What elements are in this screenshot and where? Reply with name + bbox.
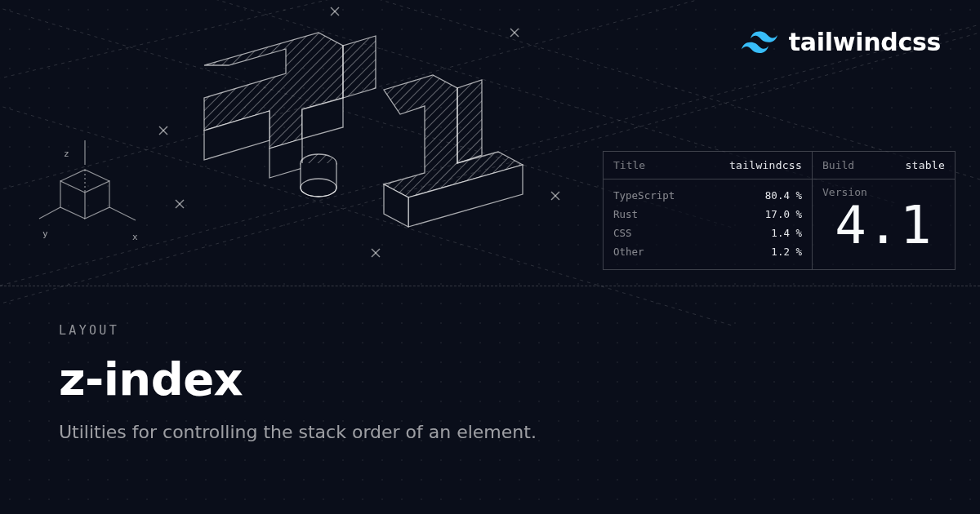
language-row: Other 1.2 % <box>613 242 802 261</box>
svg-line-31 <box>510 29 519 37</box>
axis-gizmo: z y x <box>44 140 158 255</box>
svg-line-25 <box>176 200 184 208</box>
language-row: CSS 1.4 % <box>613 224 802 242</box>
panel-build-label: Build <box>822 159 854 171</box>
brand-name: tailwindcss <box>789 28 941 56</box>
page-description: Utilities for controlling the stack orde… <box>59 422 921 442</box>
svg-marker-19 <box>384 75 523 197</box>
page-title: z-index <box>59 352 921 405</box>
language-row: Rust 17.0 % <box>613 205 802 224</box>
svg-line-28 <box>372 249 380 257</box>
svg-marker-15 <box>302 98 343 139</box>
svg-line-29 <box>551 192 559 200</box>
svg-line-27 <box>372 249 380 257</box>
axis-label-x: x <box>132 232 138 242</box>
svg-line-32 <box>510 29 519 37</box>
svg-line-30 <box>551 192 559 200</box>
svg-marker-13 <box>204 111 270 160</box>
hero-isometric-illustration <box>131 8 588 269</box>
svg-line-9 <box>39 207 60 219</box>
svg-marker-20 <box>408 165 523 227</box>
panel-title-label: Title <box>613 159 645 171</box>
svg-line-33 <box>331 7 339 16</box>
svg-line-10 <box>109 207 136 220</box>
panel-build-value: stable <box>905 159 945 171</box>
page-content: LAYOUT z-index Utilities for controlling… <box>59 323 921 442</box>
panel-left-column: Title tailwindcss TypeScript 80.4 % Rust… <box>604 152 813 269</box>
svg-point-18 <box>301 179 336 197</box>
panel-title-row: Title tailwindcss <box>604 152 812 179</box>
panel-version-value: 4.1 <box>835 195 932 255</box>
svg-marker-14 <box>270 139 302 178</box>
info-panel: Title tailwindcss TypeScript 80.4 % Rust… <box>603 151 956 270</box>
page-eyebrow: LAYOUT <box>59 323 921 338</box>
tailwind-mark-icon <box>742 31 777 54</box>
svg-marker-16 <box>343 36 376 98</box>
svg-line-24 <box>159 126 167 135</box>
panel-title-value: tailwindcss <box>729 159 802 171</box>
section-divider <box>0 286 980 286</box>
svg-marker-12 <box>204 33 343 148</box>
axis-label-z: z <box>64 148 69 159</box>
language-row: TypeScript 80.4 % <box>613 186 802 205</box>
language-breakdown: TypeScript 80.4 % Rust 17.0 % CSS 1.4 % … <box>604 179 812 269</box>
svg-marker-22 <box>457 80 482 163</box>
axis-label-y: y <box>42 228 48 239</box>
panel-right-column: Build stable Version 4.1 <box>813 152 955 269</box>
svg-line-0 <box>0 0 735 98</box>
svg-marker-21 <box>384 184 408 227</box>
svg-line-34 <box>331 7 339 16</box>
brand-logo: tailwindcss <box>742 28 941 56</box>
svg-line-26 <box>176 200 184 208</box>
svg-point-17 <box>301 154 336 172</box>
panel-build-row: Build stable <box>813 152 955 179</box>
svg-line-23 <box>159 126 167 135</box>
